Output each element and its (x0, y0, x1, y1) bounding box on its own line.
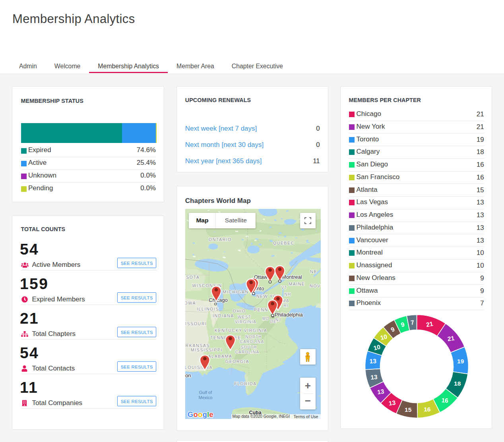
svg-text:NOV: NOV (310, 284, 321, 288)
svg-text:KENTUCKY: KENTUCKY (215, 328, 242, 333)
svg-text:INDIANA: INDIANA (213, 313, 234, 318)
svg-text:Mexico: Mexico (198, 395, 212, 400)
svg-text:IOWA: IOWA (185, 301, 196, 305)
svg-text:15: 15 (405, 406, 412, 413)
svg-text:MD: MD (262, 317, 269, 321)
svg-text:Philadelphia: Philadelphia (275, 312, 303, 318)
svg-text:MICHIGAN: MICHIGAN (223, 290, 248, 294)
svg-text:SOUTH: SOUTH (240, 345, 257, 349)
svg-text:13: 13 (377, 388, 385, 396)
svg-text:NJ: NJ (275, 318, 281, 322)
svg-text:VT: VT (281, 286, 287, 290)
svg-text:ALABAMA: ALABAMA (208, 354, 232, 359)
svg-text:ESOTA: ESOTA (185, 275, 200, 280)
svg-text:18: 18 (454, 380, 461, 387)
svg-text:21: 21 (447, 335, 455, 342)
svg-text:on: on (185, 373, 191, 378)
svg-text:FLORIDA: FLORIDA (234, 381, 257, 386)
svg-text:VIRGINIA: VIRGINIA (235, 320, 256, 324)
svg-text:13: 13 (388, 399, 396, 407)
svg-text:WEST: WEST (238, 315, 251, 319)
svg-text:ILLINOIS: ILLINOIS (197, 307, 219, 311)
svg-text:16: 16 (441, 397, 449, 404)
svg-text:CAROLINA: CAROLINA (235, 350, 259, 354)
svg-text:21: 21 (426, 320, 434, 328)
svg-text:Montreal: Montreal (282, 274, 302, 280)
svg-text:CAROLINA: CAROLINA (240, 340, 264, 344)
svg-text:13: 13 (370, 373, 378, 380)
svg-text:VIRGINIA: VIRGINIA (244, 328, 267, 333)
svg-text:NH: NH (284, 292, 291, 297)
svg-text:MISSOURI: MISSOURI (185, 321, 207, 326)
svg-text:NORTH: NORTH (245, 335, 262, 339)
svg-text:PENN: PENN (254, 307, 268, 312)
svg-text:19: 19 (457, 358, 464, 365)
svg-text:ONTARIO: ONTARIO (209, 237, 232, 242)
svg-text:GEORGIA: GEORGIA (225, 359, 249, 364)
svg-text:Gulf of: Gulf of (199, 390, 212, 395)
svg-text:QUEBEC: QUEBEC (273, 241, 295, 245)
svg-text:MISSISSIPPI: MISSISSIPPI (191, 347, 223, 352)
svg-text:MAINE: MAINE (289, 282, 305, 286)
svg-text:MA: MA (282, 299, 289, 303)
svg-text:13: 13 (369, 357, 376, 365)
svg-text:OHIO: OHIO (233, 309, 246, 313)
svg-text:16: 16 (424, 406, 431, 413)
svg-text:LOUISIANA: LOUISIANA (185, 365, 213, 370)
svg-text:NB: NB (310, 269, 317, 274)
